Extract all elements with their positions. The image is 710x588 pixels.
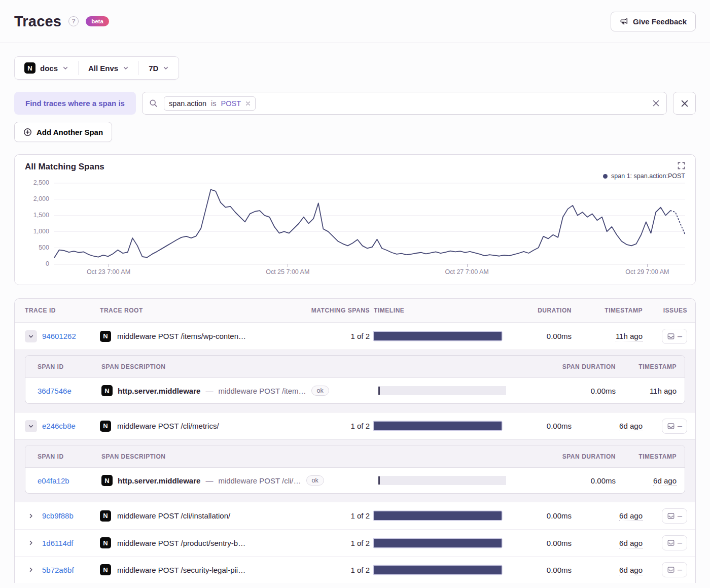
col-span-id: SPAN ID: [38, 363, 97, 370]
expand-trace-icon[interactable]: [25, 537, 37, 549]
issues-empty-dash: –: [678, 538, 682, 547]
span-description: middleware POST /item…: [218, 387, 306, 395]
issues-button[interactable]: –: [662, 329, 687, 344]
nextjs-project-icon: N: [100, 510, 111, 522]
chart-x-axis: Oct 23 7:00 AMOct 25 7:00 AMOct 27 7:00 …: [54, 264, 685, 281]
token-key: span.action: [169, 99, 206, 108]
expand-trace-icon[interactable]: [25, 510, 37, 522]
trace-id-link[interactable]: 1d6114df: [42, 539, 73, 547]
token-operator[interactable]: is: [211, 99, 216, 108]
date-range-selector[interactable]: 7D: [139, 64, 179, 73]
x-axis-tick: [109, 264, 109, 267]
matching-spans-count: 1 of 2: [299, 539, 370, 547]
span-id-link[interactable]: 36d7546e: [38, 387, 97, 395]
span-op: http.server.middleware: [118, 476, 200, 485]
span-timeline-bar[interactable]: [378, 386, 506, 395]
issues-button[interactable]: –: [662, 508, 687, 524]
trace-duration: 0.00ms: [515, 422, 572, 430]
dash-separator: —: [205, 387, 213, 395]
trace-duration: 0.00ms: [515, 539, 572, 547]
col-span-description: SPAN DESCRIPTION: [101, 453, 374, 460]
nextjs-project-icon: N: [100, 564, 111, 575]
issues-button[interactable]: –: [662, 562, 687, 577]
add-another-span-button[interactable]: Add Another Span: [14, 122, 112, 142]
chart-title: All Matching Spans: [25, 162, 104, 172]
project-selector[interactable]: N docs: [15, 62, 78, 74]
expand-trace-icon[interactable]: [25, 564, 37, 576]
span-description: middleware POST /cli/…: [218, 476, 301, 485]
col-span-timestamp: TIMESTAMP: [620, 363, 677, 370]
trace-row: e246cb8e N middleware POST /cli/metrics/…: [15, 412, 695, 439]
trace-timestamp: 6d ago: [576, 539, 643, 547]
chart-y-axis: 05001,0001,5002,0002,500: [25, 183, 54, 264]
matching-spans-count: 1 of 2: [299, 332, 370, 340]
trace-row: 5b72a6bf N middleware POST /security-leg…: [15, 556, 695, 583]
y-axis-label: 2,500: [33, 179, 49, 186]
chevron-down-icon: [62, 65, 68, 71]
app-header: Traces ? beta Give Feedback: [0, 0, 710, 43]
trace-id-link[interactable]: e246cb8e: [42, 422, 76, 430]
x-axis-tick: [647, 264, 648, 267]
help-icon[interactable]: ?: [68, 16, 79, 26]
span-id-link[interactable]: e04fa12b: [38, 476, 97, 485]
span-timestamp: 6d ago: [620, 476, 677, 485]
trace-timestamp: 6d ago: [576, 566, 643, 574]
traces-table-header: TRACE ID TRACE ROOT MATCHING SPANS TIMEL…: [15, 299, 695, 323]
span-timestamp: 11h ago: [620, 387, 677, 395]
trace-id-link[interactable]: 9cb9f88b: [42, 511, 74, 520]
matching-spans-count: 1 of 2: [299, 566, 370, 574]
issues-button[interactable]: –: [662, 419, 687, 434]
filter-token[interactable]: span.action is POST: [164, 96, 256, 111]
legend-dot: [603, 174, 608, 179]
trace-timestamp: 11h ago: [576, 332, 643, 340]
give-feedback-button[interactable]: Give Feedback: [611, 12, 696, 31]
issues-empty-dash: –: [678, 565, 682, 574]
x-axis-label: Oct 27 7:00 AM: [445, 268, 488, 275]
trace-timestamp: 6d ago: [576, 511, 643, 520]
col-timeline: TIMELINE: [374, 307, 511, 314]
col-duration: DURATION: [515, 307, 572, 314]
span-timeline-bar[interactable]: [378, 476, 506, 485]
remove-span-row-button[interactable]: [673, 92, 696, 115]
trace-timeline-bar[interactable]: [374, 539, 502, 547]
collapse-trace-icon[interactable]: [25, 420, 37, 432]
col-timestamp: TIMESTAMP: [576, 307, 643, 314]
clear-search-icon[interactable]: [652, 99, 660, 107]
trace-timeline-bar[interactable]: [374, 422, 502, 430]
trace-timeline-bar[interactable]: [374, 566, 502, 574]
trace-timeline-bar[interactable]: [374, 511, 502, 520]
trace-duration: 0.00ms: [515, 511, 572, 520]
y-axis-label: 1,500: [33, 212, 49, 219]
trace-row: 94601262 N middleware POST /items/wp-con…: [15, 323, 695, 350]
collapse-trace-icon[interactable]: [25, 330, 37, 342]
token-value[interactable]: POST: [221, 99, 241, 108]
col-matching-spans: MATCHING SPANS: [299, 307, 370, 314]
environment-selector[interactable]: All Envs: [79, 64, 138, 73]
col-span-id: SPAN ID: [38, 453, 97, 460]
trace-timeline-bar[interactable]: [374, 332, 502, 340]
span-query-label: Find traces where a span is: [14, 92, 136, 115]
expand-chart-icon[interactable]: [678, 162, 685, 171]
span-table-header: SPAN ID SPAN DESCRIPTION SPAN DURATION T…: [25, 445, 685, 468]
remove-token-icon[interactable]: [245, 101, 251, 106]
matching-spans-count: 1 of 2: [299, 511, 370, 520]
beta-badge: beta: [86, 16, 109, 26]
x-axis-label: Oct 23 7:00 AM: [87, 268, 130, 275]
trace-row: 9cb9f88b N middleware POST /cli/installa…: [15, 502, 695, 529]
issues-empty-dash: –: [678, 332, 682, 341]
col-trace-id: TRACE ID: [25, 307, 96, 314]
span-table: SPAN ID SPAN DESCRIPTION SPAN DURATION T…: [25, 445, 685, 494]
span-status-badge: ok: [311, 386, 329, 396]
issues-button[interactable]: –: [662, 535, 687, 550]
trace-root-label: middleware POST /cli/installation/: [117, 511, 230, 520]
trace-id-link[interactable]: 5b72a6bf: [42, 566, 74, 574]
chevron-down-icon: [123, 65, 129, 71]
trace-id-link[interactable]: 94601262: [42, 332, 76, 340]
x-axis-label: Oct 29 7:00 AM: [625, 268, 669, 275]
x-axis-label: Oct 25 7:00 AM: [266, 268, 309, 275]
span-search-input[interactable]: span.action is POST: [142, 92, 667, 115]
page-title: Traces: [14, 13, 61, 30]
span-row: 36d7546e N http.server.middleware — midd…: [25, 378, 685, 403]
all-matching-spans-chart: All Matching Spans span 1: span.action:P…: [14, 154, 696, 285]
col-span-duration: SPAN DURATION: [519, 453, 616, 460]
